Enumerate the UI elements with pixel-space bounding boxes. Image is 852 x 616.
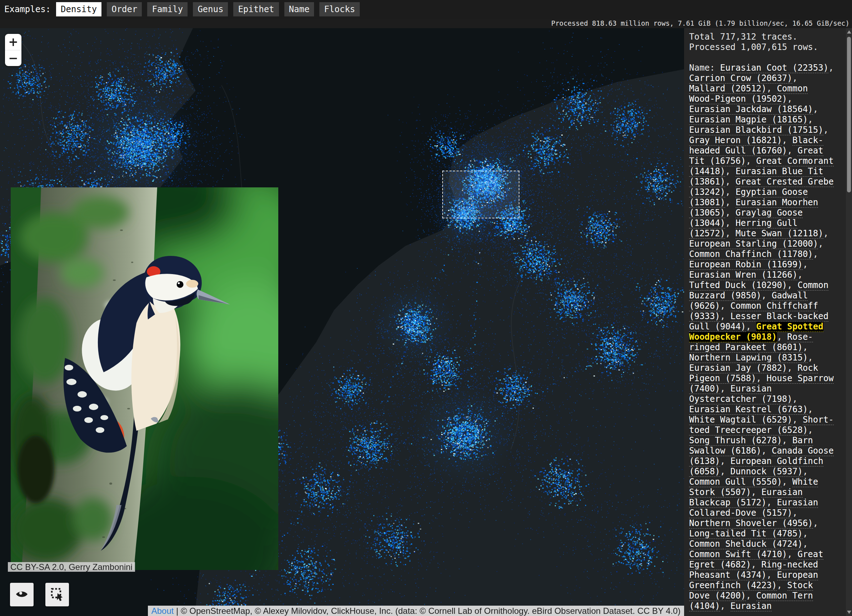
species-link[interactable]: Eurasian Wren (11266) [689,270,798,280]
zoom-in-button[interactable]: + [5,34,21,50]
species-list-links: Eurasian Coot (22353), Carrion Crow (206… [689,63,834,611]
example-button-family[interactable]: Family [147,2,187,17]
species-link[interactable]: Eurasian Jackdaw (18564) [689,104,813,114]
examples-label: Examples: [4,4,51,14]
species-link[interactable]: European Robin (11699) [689,259,803,270]
scroll-up-arrow-icon[interactable] [847,30,851,33]
traces-total: Total 717,312 traces. [689,32,835,42]
example-button-name[interactable]: Name [284,2,314,17]
species-link[interactable]: White Wagtail (6529) [689,415,792,425]
species-link[interactable]: Common Swift (4710) [689,549,787,560]
species-link[interactable]: Mute Swan (12118) [736,228,823,239]
species-list: Name: Eurasian Coot (22353), Carrion Cro… [689,63,835,611]
eye-icon [15,587,29,602]
scrollbar-thumb[interactable] [847,37,851,192]
example-button-order[interactable]: Order [107,2,142,17]
species-link[interactable]: Song Thrush (6278) [689,435,782,446]
species-list-label: Name: [689,63,720,73]
species-link[interactable]: Mallard (20512) [689,83,767,94]
species-link[interactable]: European Starling (12000) [689,239,818,249]
scroll-down-arrow-icon[interactable] [847,611,851,614]
species-link[interactable]: Common Gull (5550) [689,477,782,487]
species-link[interactable]: Eurasian Jay (7882) [689,363,787,373]
species-link[interactable]: Eurasian Magpie (18165) [689,114,808,125]
species-link[interactable]: Long-tailed Tit (4785) [689,529,803,539]
photo-caption: CC BY-SA 2.0, Gerry Zambonini [8,562,135,572]
species-link[interactable]: Northern Shoveler (4956) [689,518,813,529]
results-sidebar: Total 717,312 traces. Processed 1,007,61… [684,28,852,616]
zoom-out-button[interactable]: − [5,50,21,66]
visibility-toggle-button[interactable] [10,583,33,606]
examples-toolbar: Examples: DensityOrderFamilyGenusEpithet… [0,0,852,18]
about-link[interactable]: About [151,606,174,616]
species-link[interactable]: Common Shelduck (4724) [689,539,803,549]
species-link[interactable]: Tufted Duck (10290) [689,280,787,291]
sidebar-scrollbar[interactable] [846,28,852,616]
attribution-text: | © OpenStreetMap, © Alexey Milovidov, C… [174,606,681,616]
attribution-bar: About | © OpenStreetMap, © Alexey Milovi… [148,605,684,616]
species-link[interactable]: Eurasian Blackbird (17515) [689,125,823,135]
species-link[interactable]: Common Chaffinch (11780) [689,249,813,259]
species-link[interactable]: Eurasian Coot (22353) [720,63,828,73]
species-link[interactable]: Gray Heron (16821) [689,135,782,146]
species-link[interactable]: Eurasian Kestrel (6763) [689,404,808,415]
example-button-flocks[interactable]: Flocks [319,2,360,17]
example-button-density[interactable]: Density [56,2,101,17]
species-link[interactable]: Dunnock (5937) [731,467,803,477]
zoom-control: + − [5,34,21,66]
example-button-genus[interactable]: Genus [193,2,228,17]
query-stats-text: Processed 818.63 million rows, 7.61 GiB … [551,18,849,28]
rectangle-select-icon [50,587,65,603]
species-link[interactable]: Northern Lapwing (8315) [689,352,808,363]
map-selection-rect[interactable] [442,170,520,218]
examples-buttons: DensityOrderFamilyGenusEpithetNameFlocks [56,2,360,17]
woodpecker-photo-image [11,187,278,570]
woodpecker-photo [11,187,278,570]
app-root: Examples: DensityOrderFamilyGenusEpithet… [0,0,852,616]
query-stats-bar: Processed 818.63 million rows, 7.61 GiB … [0,18,852,28]
species-link[interactable]: Eurasian [731,601,772,611]
example-button-epithet[interactable]: Epithet [233,2,279,17]
rows-processed: Processed 1,007,615 rows. [689,42,835,53]
species-link[interactable]: Carrion Crow (20637) [689,73,792,83]
rectangle-select-button[interactable] [45,583,69,606]
